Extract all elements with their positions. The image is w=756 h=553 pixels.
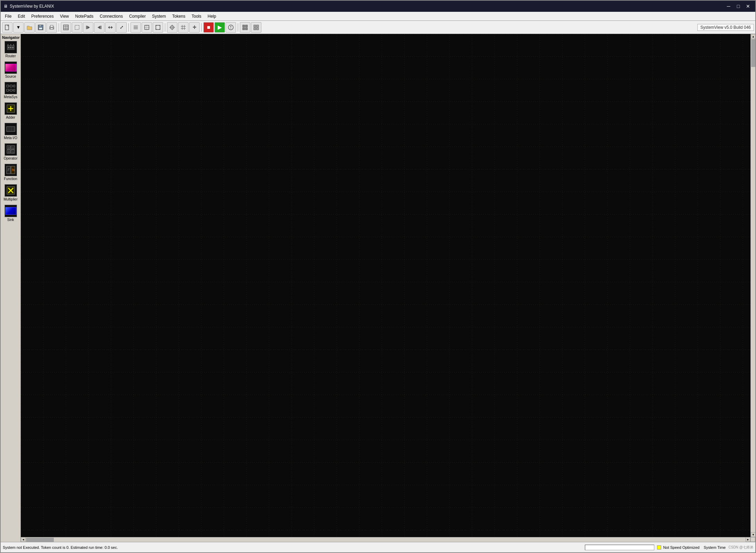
scroll-h-container: ◄ ► — [21, 537, 755, 542]
svg-rect-37 — [243, 25, 245, 27]
svg-rect-26 — [156, 25, 160, 29]
multiplier-label: Multiplier — [3, 197, 17, 201]
app-icon: 🖥 — [3, 4, 8, 9]
svg-marker-15 — [98, 26, 100, 29]
app-window: 🖥 SystemView by ELANIX ─ □ ✕ File Edit P… — [0, 0, 756, 553]
toolbar-tokens-view-button[interactable] — [240, 22, 250, 33]
menu-tools[interactable]: Tools — [189, 12, 204, 20]
toolbar-zoom-fit-button[interactable] — [153, 22, 163, 33]
toolbar-grid-button[interactable] — [178, 22, 188, 33]
toolbar-new-button[interactable] — [2, 22, 12, 33]
svg-text:0: 0 — [8, 146, 10, 150]
scroll-right-button[interactable]: ► — [746, 537, 750, 542]
menu-compiler[interactable]: Compiler — [126, 12, 149, 20]
svg-rect-43 — [254, 28, 256, 30]
svg-rect-54 — [14, 85, 15, 87]
svg-text:1: 1 — [12, 150, 14, 154]
nav-item-router[interactable]: Router — [1, 41, 20, 58]
svg-point-48 — [12, 47, 14, 48]
status-csdn-label: CSDN @七师弟 — [729, 545, 753, 550]
toolbar-save-button[interactable] — [35, 22, 46, 33]
scroll-down-button[interactable]: ▼ — [751, 532, 755, 537]
menu-edit[interactable]: Edit — [15, 12, 28, 20]
right-panel: ▲ ▼ ◄ ► — [21, 34, 755, 542]
nav-item-multiplier[interactable]: Multiplier — [1, 184, 20, 201]
status-right: Not Speed Optimized System Time — [657, 545, 726, 550]
scroll-v-thumb[interactable] — [751, 39, 755, 67]
status-text: System not Executed. Token count is 0. E… — [3, 545, 582, 550]
menu-view[interactable]: View — [57, 12, 72, 20]
toolbar-zoom-box-button[interactable] — [142, 22, 152, 33]
nav-item-metaio[interactable]: Meta I/O — [1, 123, 20, 140]
menu-preferences[interactable]: Preferences — [28, 12, 57, 20]
toolbar-table-button[interactable] — [61, 22, 71, 33]
toolbar-token-in-button[interactable] — [83, 22, 93, 33]
menu-tokens[interactable]: Tokens — [169, 12, 188, 20]
svg-marker-17 — [108, 26, 110, 29]
minimize-button[interactable]: ─ — [724, 2, 733, 11]
router-label: Router — [5, 54, 16, 58]
multiplier-icon — [5, 184, 17, 197]
scroll-h-thumb[interactable] — [26, 538, 54, 542]
svg-marker-13 — [87, 26, 90, 29]
adder-label: Adder — [6, 116, 15, 119]
toolbar-analysis-button[interactable] — [226, 22, 236, 33]
toolbar-sep-4 — [201, 23, 202, 32]
svg-rect-2 — [39, 25, 41, 27]
navigator-label: Navigator — [1, 35, 20, 41]
horizontal-scrollbar[interactable] — [26, 537, 746, 542]
scroll-left-button[interactable]: ◄ — [21, 537, 26, 542]
toolbar-snap-button[interactable]: ✛ — [189, 22, 200, 33]
toolbar-system-view-button[interactable] — [251, 22, 261, 33]
menu-notepads[interactable]: NotePads — [73, 12, 96, 20]
toolbar-sep-2 — [128, 23, 129, 32]
scroll-up-button[interactable]: ▲ — [751, 34, 755, 39]
menu-connections[interactable]: Connections — [97, 12, 126, 20]
nav-item-sink[interactable]: Sink — [1, 205, 20, 222]
nav-item-source[interactable]: Source — [1, 61, 20, 78]
svg-text:fn: fn — [12, 168, 15, 172]
svg-rect-42 — [257, 25, 259, 27]
navigator-sidebar: Navigator Router — [1, 34, 21, 542]
metaio-label: Meta I/O — [4, 136, 17, 140]
nav-item-function[interactable]: F fn Function — [1, 164, 20, 181]
toolbar-print-button[interactable] — [47, 22, 57, 33]
canvas-area[interactable] — [21, 34, 750, 537]
title-bar-left: 🖥 SystemView by ELANIX — [3, 4, 54, 9]
toolbar-stop-button[interactable]: ■ — [203, 22, 214, 33]
toolbar-align-button[interactable] — [131, 22, 141, 33]
nav-item-metasys[interactable]: MetaSys — [1, 82, 20, 99]
toolbar-select-button[interactable] — [72, 22, 82, 33]
menu-system[interactable]: System — [149, 12, 169, 20]
operator-label: Operator — [4, 156, 17, 160]
nav-item-operator[interactable]: 0 1 0 1 Operator — [1, 143, 20, 160]
vertical-scrollbar[interactable]: ▲ ▼ — [750, 34, 755, 537]
nav-item-adder[interactable]: Adder — [1, 102, 20, 119]
toolbar-sep-3 — [165, 23, 165, 32]
toolbar-run-button[interactable]: ▶ — [215, 22, 225, 33]
svg-rect-38 — [245, 25, 247, 27]
svg-rect-44 — [257, 28, 259, 30]
menu-help[interactable]: Help — [205, 12, 219, 20]
close-button[interactable]: ✕ — [744, 2, 753, 11]
source-icon — [5, 61, 17, 74]
svg-rect-52 — [7, 85, 9, 87]
function-icon: F fn — [5, 164, 17, 176]
svg-rect-57 — [14, 89, 15, 91]
toolbar-open-button[interactable] — [24, 22, 35, 33]
toolbar-resize-button[interactable]: ⤢ — [116, 22, 127, 33]
toolbar-sep-1 — [59, 23, 59, 32]
svg-text:0: 0 — [8, 150, 10, 154]
svg-text:1: 1 — [12, 146, 14, 150]
toolbar-crosshair-button[interactable] — [167, 22, 177, 33]
svg-rect-3 — [39, 27, 42, 29]
maximize-button[interactable]: □ — [734, 2, 743, 11]
toolbar: ▼ ⤢ — [1, 21, 755, 34]
toolbar-token-out-button[interactable] — [94, 22, 104, 33]
svg-rect-41 — [254, 25, 256, 27]
menu-file[interactable]: File — [2, 12, 14, 20]
function-label: Function — [4, 177, 17, 181]
toolbar-token-both-button[interactable] — [105, 22, 116, 33]
status-progress-bar — [585, 545, 654, 550]
toolbar-dropdown-button[interactable]: ▼ — [13, 22, 24, 33]
